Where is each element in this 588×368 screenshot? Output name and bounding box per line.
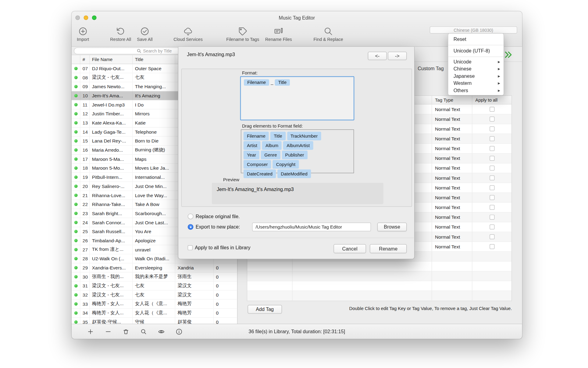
element-chip[interactable]: Album (262, 141, 282, 150)
element-chip[interactable]: Artist (244, 141, 261, 150)
toolbar-save-all-button[interactable]: Save All (122, 26, 167, 41)
apply-to-all-header[interactable]: Apply to all (472, 96, 511, 104)
encoding-convert-button[interactable] (503, 50, 513, 59)
replace-original-radio[interactable] (188, 213, 194, 219)
tag-key-cell[interactable] (247, 281, 292, 291)
tag-value-cell[interactable] (293, 281, 432, 291)
toolbar-rename-files-button[interactable]: Rename Files (256, 26, 301, 41)
tag-type-cell[interactable] (432, 271, 472, 281)
apply-to-all-checkbox[interactable] (490, 117, 494, 121)
apply-to-all-checkbox[interactable] (490, 107, 494, 112)
element-chip[interactable]: Title (270, 132, 286, 140)
apply-to-all-checkbox[interactable] (490, 225, 494, 229)
file-row[interactable]: 33 梅艳芳 - 女人... 女人花（《意... 梅艳芳 0 (72, 300, 237, 309)
file-row[interactable]: 35 赵英俊-守候... 守候 赵英俊 0 (72, 318, 237, 324)
tag-type-cell[interactable]: Normal Text (432, 105, 472, 114)
export-path-field[interactable]: /Users/hengzhuoliu/Music/Music Tag Edito… (252, 223, 371, 231)
tag-value-cell[interactable] (293, 271, 432, 281)
file-row[interactable]: 32 梁汉文 - 七友... 七友 梁汉文 0 (72, 290, 237, 300)
apply-all-files-checkbox[interactable] (188, 245, 193, 250)
format-chip-title[interactable]: Title (275, 79, 290, 85)
file-row[interactable]: 31 梁汉文 - 七友... 七友 梁汉文 0 (72, 282, 237, 291)
menu-item[interactable]: Unicode ▶ (448, 58, 504, 65)
preview-button[interactable] (152, 328, 170, 335)
tag-type-cell[interactable]: Normal Text (432, 144, 472, 153)
element-chip[interactable]: Copyright (273, 160, 299, 168)
header-cell-filename[interactable]: File Name (90, 55, 133, 64)
tag-type-cell[interactable]: Normal Text (432, 193, 472, 203)
toolbar-cloud-services-button[interactable]: Cloud Services (166, 26, 211, 41)
search-files-button[interactable] (134, 328, 152, 335)
element-chip[interactable]: Year (244, 150, 259, 159)
apply-to-all-checkbox[interactable] (490, 215, 494, 220)
header-cell-number[interactable]: # (80, 55, 90, 64)
apply-to-all-checkbox[interactable] (490, 136, 494, 141)
element-chip[interactable]: Filename (244, 132, 269, 140)
tag-type-cell[interactable]: Normal Text (432, 153, 472, 163)
tag-type-cell[interactable] (432, 291, 472, 301)
tag-key-cell[interactable] (247, 291, 292, 301)
format-field[interactable]: Filename_Title (240, 76, 355, 121)
element-chip[interactable]: DateModified (277, 169, 311, 178)
apply-to-all-checkbox[interactable] (490, 244, 494, 249)
export-new-place-radio[interactable] (188, 224, 194, 230)
tag-type-cell[interactable]: Normal Text (432, 124, 472, 134)
previous-file-button[interactable]: <- (368, 52, 387, 60)
browse-button[interactable]: Browse (377, 223, 407, 231)
apply-to-all-checkbox[interactable] (490, 234, 494, 239)
tag-row[interactable] (247, 262, 511, 271)
menu-item-reset[interactable]: Reset (448, 35, 504, 44)
tag-type-cell[interactable]: Normal Text (432, 114, 472, 124)
rename-button[interactable]: Rename (370, 244, 407, 253)
apply-to-all-checkbox[interactable] (490, 146, 494, 151)
file-row[interactable]: 34 梅艳芳 - 女人... 女人花（《意... 梅艳芳 0 (72, 309, 237, 318)
apply-to-all-checkbox[interactable] (490, 205, 494, 210)
element-chip[interactable]: Genre (261, 150, 280, 159)
add-file-button[interactable] (81, 328, 99, 335)
tag-type-cell[interactable] (432, 252, 472, 262)
tag-type-cell[interactable]: Normal Text (432, 212, 472, 222)
tag-type-cell[interactable] (432, 262, 472, 271)
info-button[interactable] (170, 328, 188, 335)
tag-row[interactable] (247, 291, 511, 301)
remove-file-button[interactable] (99, 328, 117, 335)
tag-row[interactable] (247, 281, 511, 291)
tag-type-header[interactable]: Tag Type (432, 96, 472, 104)
next-file-button[interactable]: -> (388, 52, 407, 60)
tag-type-cell[interactable]: Normal Text (432, 203, 472, 212)
tag-type-cell[interactable]: Normal Text (432, 173, 472, 183)
tag-type-cell[interactable]: Normal Text (432, 163, 472, 173)
delete-button[interactable] (117, 328, 134, 335)
element-chip[interactable]: TrackNumber (287, 132, 321, 140)
menu-item-unicode-utf8[interactable]: Unicode (UTF-8) (448, 46, 504, 56)
tag-type-cell[interactable]: Normal Text (432, 183, 472, 193)
tag-type-cell[interactable]: Normal Text (432, 222, 472, 232)
header-cell-status[interactable] (72, 55, 80, 64)
tag-key-cell[interactable] (247, 262, 292, 271)
file-row[interactable]: 29 Xandria-Evers... Eversleeping Xandria… (72, 263, 237, 272)
menu-item[interactable]: Others ▶ (448, 87, 504, 94)
apply-to-all-checkbox[interactable] (490, 166, 494, 171)
element-chip[interactable]: Publisher (282, 150, 307, 159)
tag-type-cell[interactable]: Normal Text (432, 134, 472, 144)
apply-to-all-checkbox[interactable] (490, 126, 494, 131)
header-cell-title[interactable]: Title (133, 55, 175, 64)
tag-value-cell[interactable] (293, 291, 432, 301)
tag-value-cell[interactable] (293, 262, 432, 271)
tag-type-cell[interactable]: Normal Text (432, 242, 472, 252)
element-chip[interactable]: AlbumArtist (283, 141, 313, 150)
element-chip[interactable]: Composer (244, 160, 271, 168)
cancel-button[interactable]: Cancel (333, 244, 366, 253)
tag-row[interactable] (247, 271, 511, 281)
menu-item[interactable]: Western ▶ (448, 80, 504, 87)
file-row[interactable]: 30 张雨生 - 我的... 我的未来不是梦 张雨生 0 (72, 272, 237, 282)
apply-to-all-checkbox[interactable] (490, 156, 494, 161)
menu-item[interactable]: Japanese ▶ (448, 72, 504, 79)
toolbar-find-replace-button[interactable]: Find & Replace (306, 26, 351, 41)
element-chip[interactable]: DateCreated (244, 169, 276, 178)
tag-key-cell[interactable] (247, 271, 292, 281)
apply-to-all-checkbox[interactable] (490, 175, 494, 180)
apply-to-all-checkbox[interactable] (490, 195, 494, 200)
encoding-select[interactable]: Chinese (GB 18030) (430, 27, 517, 34)
apply-to-all-checkbox[interactable] (490, 185, 494, 190)
